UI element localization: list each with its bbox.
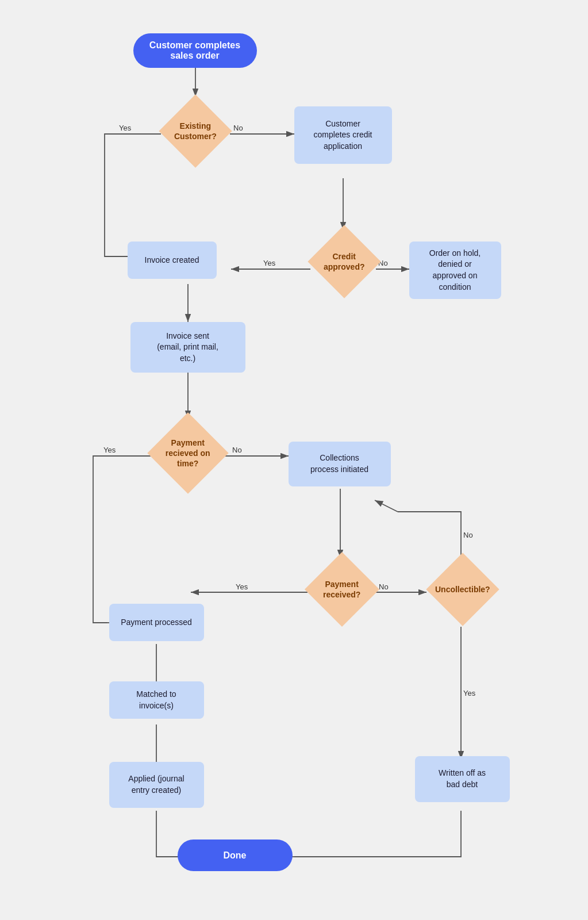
credit-approved-diamond: Credit approved?	[310, 227, 379, 296]
yes-label-5: Yes	[463, 689, 476, 697]
done-node: Done	[178, 839, 293, 871]
yes-label-4: Yes	[236, 582, 248, 591]
collections-node: Collections process initiated	[289, 442, 391, 486]
payment-processed-label: Payment processed	[121, 617, 192, 628]
credit-application-node: Customer completes credit application	[294, 106, 392, 164]
applied-label: Applied (journal entry created)	[128, 773, 184, 796]
no-label-1: No	[233, 124, 243, 132]
existing-customer-diamond: Existing Customer?	[161, 97, 230, 166]
credit-application-label: Customer completes credit application	[314, 118, 372, 152]
flowchart: Yes No Yes No Yes No Yes No	[36, 12, 553, 908]
invoice-sent-label: Invoice sent (email, print mail, etc.)	[157, 331, 218, 365]
no-label-4: No	[379, 582, 389, 591]
written-off-node: Written off as bad debt	[415, 756, 510, 802]
no-label-3: No	[232, 446, 242, 454]
invoice-sent-node: Invoice sent (email, print mail, etc.)	[130, 322, 245, 373]
yes-label-2: Yes	[263, 259, 276, 267]
uncollectible-label: Uncollectible?	[435, 584, 490, 595]
order-on-hold-label: Order on hold, denied or approved on con…	[429, 248, 481, 293]
order-on-hold-node: Order on hold, denied or approved on con…	[409, 241, 501, 299]
applied-node: Applied (journal entry created)	[109, 762, 204, 808]
matched-label: Matched to invoice(s)	[136, 689, 176, 711]
written-off-label: Written off as bad debt	[439, 768, 486, 790]
uncollectible-diamond: Uncollectible?	[428, 555, 497, 624]
payment-received-diamond: Payment received?	[308, 555, 376, 624]
invoice-created-label: Invoice created	[145, 255, 199, 266]
yes-label-1: Yes	[119, 124, 132, 132]
done-label: Done	[224, 850, 247, 861]
matched-node: Matched to invoice(s)	[109, 681, 204, 719]
invoice-created-node: Invoice created	[128, 241, 217, 279]
svg-line-14	[375, 500, 398, 512]
existing-customer-label: Existing Customer?	[174, 121, 217, 141]
start-node: Customer completes sales order	[133, 33, 257, 68]
start-label: Customer completes sales order	[149, 40, 240, 61]
payment-received-label: Payment received?	[323, 579, 360, 600]
payment-time-diamond: Payment recieved on time?	[149, 414, 227, 492]
collections-label: Collections process initiated	[310, 453, 368, 475]
yes-label-3: Yes	[103, 446, 116, 454]
no-label-5: No	[463, 531, 473, 539]
credit-approved-label: Credit approved?	[324, 251, 365, 272]
payment-time-label: Payment recieved on time?	[166, 437, 210, 469]
payment-processed-node: Payment processed	[109, 604, 204, 641]
